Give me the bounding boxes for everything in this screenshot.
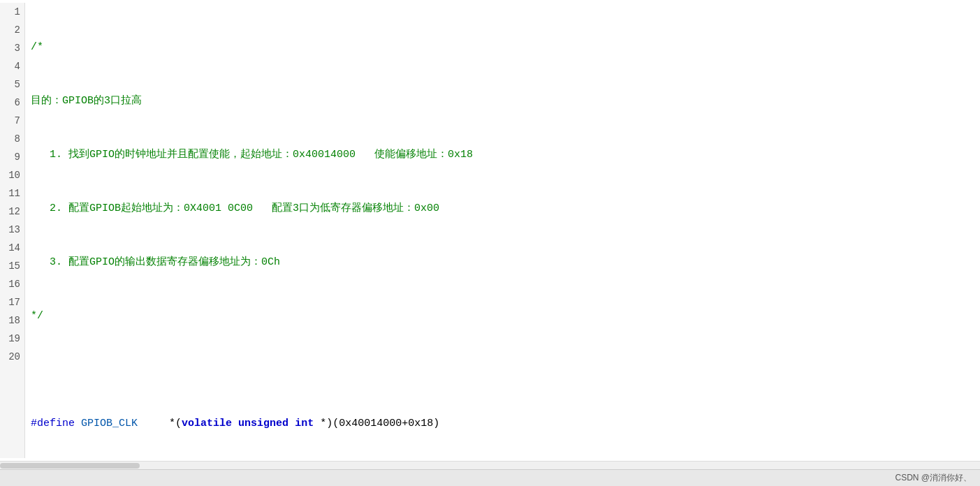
- define-8: #define: [31, 415, 75, 433]
- line-num-16: 16: [3, 275, 20, 293]
- line-num-5: 5: [3, 75, 20, 94]
- line-num-11: 11: [3, 184, 20, 202]
- attribution-label: CSDN @消消你好、: [895, 472, 972, 484]
- code-line-1: /*: [31, 38, 974, 57]
- horizontal-scrollbar[interactable]: [0, 461, 980, 469]
- line-numbers: 1 2 3 4 5 6 7 8 9 10 11 12 13 14 15 16 1…: [0, 3, 25, 458]
- line-num-10: 10: [3, 166, 20, 184]
- line-num-15: 15: [3, 257, 20, 275]
- line-num-19: 19: [3, 330, 20, 348]
- comment-2: 目的：GPIOB的3口拉高: [31, 92, 142, 110]
- line-num-17: 17: [3, 293, 20, 311]
- comment-5: 3. 配置GPIO的输出数据寄存器偏移地址为：0Ch: [31, 253, 280, 272]
- comment-6: */: [31, 307, 43, 325]
- comment-4: 2. 配置GPIOB起始地址为：0X4001 0C00 配置3口为低寄存器偏移地…: [31, 200, 439, 218]
- line-num-2: 2: [3, 21, 20, 39]
- code-line-2: 目的：GPIOB的3口拉高: [31, 92, 974, 110]
- line-num-7: 7: [3, 112, 20, 130]
- line-num-4: 4: [3, 57, 20, 75]
- code-line-8: #define GPIOB_CLK *( volatile unsigned i…: [31, 415, 974, 433]
- code-line-7: [31, 361, 974, 379]
- line-num-13: 13: [3, 221, 20, 239]
- line-num-9: 9: [3, 148, 20, 166]
- bottom-bar: CSDN @消消你好、: [0, 469, 980, 486]
- unsigned-8: unsigned: [238, 415, 288, 433]
- line-num-1: 1: [3, 3, 20, 21]
- code-line-5: 3. 配置GPIO的输出数据寄存器偏移地址为：0Ch: [31, 253, 974, 272]
- macro-name-8: GPIOB_CLK: [81, 415, 138, 433]
- code-line-4: 2. 配置GPIOB起始地址为：0X4001 0C00 配置3口为低寄存器偏移地…: [31, 200, 974, 218]
- comment-1: /*: [31, 38, 43, 57]
- code-line-3: 1. 找到GPIO的时钟地址并且配置使能，起始地址：0x40014000 使能偏…: [31, 146, 974, 164]
- scrollbar-thumb[interactable]: [0, 463, 140, 469]
- line-num-20: 20: [3, 348, 20, 366]
- line-num-12: 12: [3, 202, 20, 221]
- volatile-8: volatile: [182, 415, 232, 433]
- line-num-14: 14: [3, 239, 20, 257]
- line-num-6: 6: [3, 94, 20, 112]
- int-8: int: [295, 415, 314, 433]
- editor-container: 1 2 3 4 5 6 7 8 9 10 11 12 13 14 15 16 1…: [0, 0, 980, 486]
- code-content[interactable]: /* 目的：GPIOB的3口拉高 1. 找到GPIO的时钟地址并且配置使能，起始…: [25, 3, 980, 458]
- line-num-8: 8: [3, 130, 20, 148]
- line-num-3: 3: [3, 39, 20, 57]
- line-num-18: 18: [3, 311, 20, 330]
- code-line-6: */: [31, 307, 974, 325]
- code-area[interactable]: 1 2 3 4 5 6 7 8 9 10 11 12 13 14 15 16 1…: [0, 0, 980, 461]
- comment-3: 1. 找到GPIO的时钟地址并且配置使能，起始地址：0x40014000 使能偏…: [31, 146, 473, 164]
